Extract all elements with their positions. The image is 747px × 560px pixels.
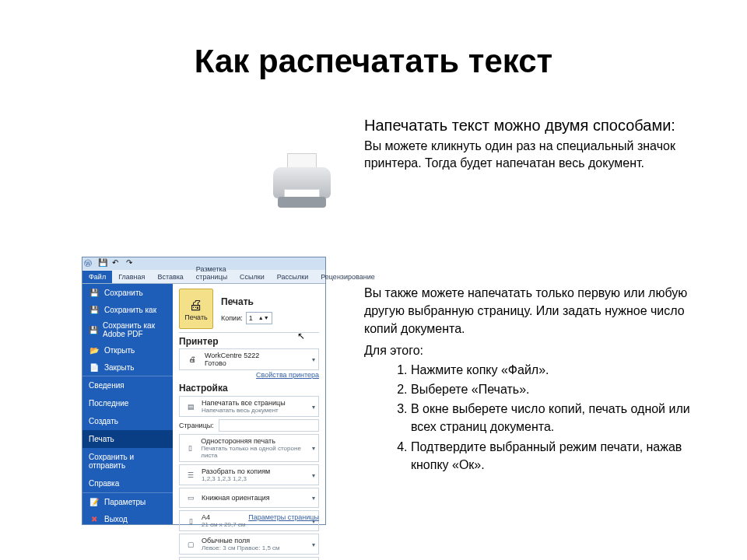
sidebar-item-close[interactable]: 📄Закрыть — [82, 359, 173, 376]
sidebar-item-recent[interactable]: Последние — [82, 394, 173, 412]
settings-section-title: Настройка — [179, 383, 319, 394]
pages-input[interactable] — [219, 419, 319, 432]
option-pages-per-sheet[interactable]: ▯ 1 страница на листе ▾ — [179, 557, 319, 560]
print-button[interactable]: 🖨 Печать — [179, 289, 213, 329]
paper-icon: ▯ — [184, 514, 197, 528]
tab-mail[interactable]: Рассылки — [271, 271, 314, 283]
option-label: Напечатать все страницы — [202, 399, 286, 407]
pages-label: Страницы: — [179, 422, 214, 429]
copies-value: 1 — [249, 314, 253, 322]
copies-stepper[interactable]: 1 ▲▼ — [246, 312, 272, 324]
print-button-label: Печать — [184, 313, 207, 321]
tab-home[interactable]: Главная — [112, 271, 151, 283]
option-label: A4 — [202, 513, 245, 521]
sidebar-item-save[interactable]: 💾Сохранить — [82, 284, 173, 301]
stepper-arrows-icon[interactable]: ▲▼ — [258, 316, 269, 320]
chevron-down-icon: ▾ — [312, 445, 315, 452]
option-label: Разобрать по копиям — [202, 467, 270, 475]
sidebar-item-label: Сохранить как — [104, 306, 156, 314]
tab-layout[interactable]: Разметка страницы — [190, 263, 233, 283]
steps-list: Нажмите копку «Файл». Выберете «Печать».… — [383, 361, 699, 474]
sidebar-item-new[interactable]: Создать — [82, 412, 173, 430]
sidebar-item-label: Параметры — [104, 498, 146, 506]
option-label: Односторонняя печать — [201, 437, 314, 445]
section1-body: Вы можете кликнуть один раз на специальн… — [364, 138, 699, 173]
redo-icon[interactable]: ↷ — [126, 258, 137, 269]
backstage-sidebar: 💾Сохранить 💾Сохранить как 💾Сохранить как… — [82, 284, 173, 524]
printer-icon: 🖨 — [189, 297, 203, 313]
chevron-down-icon: ▾ — [312, 471, 315, 478]
option-single-sided[interactable]: ▯ Односторонняя печать Печатать только н… — [179, 434, 319, 462]
option-print-all-pages[interactable]: ▤ Напечатать все страницы Напечатать вес… — [179, 396, 319, 417]
chevron-down-icon: ▾ — [312, 541, 315, 548]
exit-icon: ✖ — [89, 513, 100, 524]
print-pane-title: Печать — [221, 296, 272, 307]
close-doc-icon: 📄 — [89, 362, 100, 373]
sidebar-item-help[interactable]: Справка — [82, 474, 173, 493]
sidebar-item-exit[interactable]: ✖Выход — [82, 510, 173, 527]
open-icon: 📂 — [89, 345, 100, 355]
chevron-down-icon: ▾ — [312, 495, 315, 502]
printer-properties-link[interactable]: Свойства принтера — [256, 371, 319, 379]
sidebar-item-label: Сохранить — [104, 289, 143, 297]
word-app-icon: Ⓦ — [84, 258, 95, 269]
chevron-down-icon: ▾ — [312, 403, 315, 410]
save-icon: 💾 — [89, 287, 100, 298]
page-setup-link[interactable]: Параметры страницы — [248, 513, 319, 521]
sidebar-item-label: Выход — [104, 515, 128, 523]
tab-file[interactable]: Файл — [82, 271, 112, 283]
margins-icon: ▢ — [184, 537, 197, 551]
sidebar-item-saveas[interactable]: 💾Сохранить как — [82, 301, 173, 318]
step-item: Выберете «Печать». — [411, 380, 699, 398]
sidebar-item-share[interactable]: Сохранить и отправить — [82, 448, 173, 474]
cursor-icon: ↖ — [297, 331, 305, 341]
page-title: Как распечатать текст — [0, 43, 747, 80]
sidebar-item-label: Открыть — [104, 346, 135, 355]
option-sublabel: Напечатать весь документ — [202, 407, 286, 414]
sidebar-item-label: Закрыть — [104, 363, 135, 372]
printer-illustration — [265, 148, 338, 214]
step-item: Нажмите копку «Файл». — [411, 361, 699, 379]
tab-review[interactable]: Рецензирование — [314, 271, 381, 283]
pages-icon: ▤ — [184, 400, 197, 414]
undo-icon[interactable]: ↶ — [112, 258, 123, 269]
sidebar-item-label: Сохранить как Adobe PDF — [103, 321, 167, 338]
tab-insert[interactable]: Вставка — [151, 271, 189, 283]
ribbon-tabs: Файл Главная Вставка Разметка страницы С… — [82, 270, 325, 284]
section1-intro: Напечатать текст можно двумя способами: — [364, 117, 699, 135]
pdf-icon: 💾 — [89, 324, 98, 335]
option-sublabel: 21 см x 29,7 см — [202, 521, 245, 528]
option-sublabel: Левое: 3 см Правое: 1,5 см — [202, 544, 280, 551]
chevron-down-icon: ▾ — [312, 356, 315, 363]
sidebar-item-options[interactable]: 📝Параметры — [82, 493, 173, 510]
sidebar-item-info[interactable]: Сведения — [82, 376, 173, 394]
sidebar-item-print[interactable]: Печать — [82, 430, 173, 448]
save-icon[interactable]: 💾 — [98, 258, 109, 269]
printer-status-icon: 🖨 — [184, 352, 200, 366]
option-orientation[interactable]: ▭ Книжная ориентация ▾ — [179, 488, 319, 508]
printer-status: Готово — [205, 359, 259, 367]
printer-select[interactable]: 🖨 WorkCentre 5222 Готово ▾ — [179, 348, 319, 370]
option-label: Книжная ориентация — [202, 494, 270, 502]
orientation-icon: ▭ — [184, 491, 197, 505]
section2-forthis: Для этого: — [364, 341, 699, 359]
options-icon: 📝 — [89, 496, 100, 507]
tab-refs[interactable]: Ссылки — [233, 271, 271, 283]
word-screenshot: Ⓦ 💾 ↶ ↷ Файл Главная Вставка Разметка ст… — [82, 257, 326, 525]
option-margins[interactable]: ▢ Обычные поля Левое: 3 см Правое: 1,5 с… — [179, 534, 319, 555]
sidebar-item-savepdf[interactable]: 💾Сохранить как Adobe PDF — [82, 318, 173, 341]
collate-icon: ☰ — [184, 468, 197, 482]
option-label: Обычные поля — [202, 537, 280, 544]
option-collate[interactable]: ☰ Разобрать по копиям 1,2,3 1,2,3 1,2,3 … — [179, 464, 319, 485]
print-pane: 🖨 Печать Печать Копии: 1 ▲▼ ↖ Принтер — [173, 284, 325, 524]
step-item: В окне выберете число копий, печать одно… — [411, 400, 699, 436]
printer-name: WorkCentre 5222 — [205, 352, 259, 359]
saveas-icon: 💾 — [89, 304, 100, 315]
step-item: Подтвердите выбранный режим печати, нажа… — [411, 438, 699, 474]
single-side-icon: ▯ — [184, 441, 196, 455]
option-sublabel: Печатать только на одной стороне листа — [201, 445, 314, 459]
copies-label: Копии: — [221, 314, 243, 322]
sidebar-item-open[interactable]: 📂Открыть — [82, 341, 173, 359]
option-sublabel: 1,2,3 1,2,3 1,2,3 — [202, 475, 270, 482]
section2-para: Вы также можете напечатать только первую… — [364, 284, 699, 338]
